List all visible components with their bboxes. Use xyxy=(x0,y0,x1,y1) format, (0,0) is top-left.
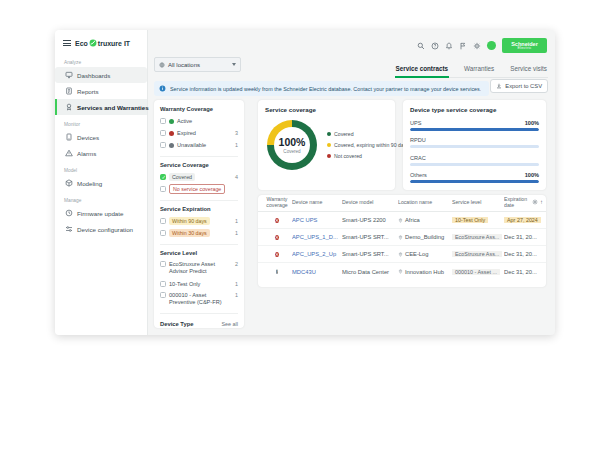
sidebar-item-alarms[interactable]: Alarms xyxy=(55,145,147,161)
sidebar-item-label: Modeling xyxy=(77,180,102,187)
device-model-cell: Micro Data Center xyxy=(342,269,398,275)
checkbox-no-service-coverage[interactable] xyxy=(160,186,166,192)
sidebar-item-label: Devices xyxy=(77,134,99,141)
device-model-cell: Smart-UPS SRT... xyxy=(342,251,398,257)
device-name-link[interactable]: APC_UPS_1_D... xyxy=(292,234,342,240)
checkbox-expired[interactable] xyxy=(160,130,166,136)
checkbox-asset-advisor-predict[interactable] xyxy=(160,261,166,267)
filter-option-asset-advisor-predict: EcoStruxure Asset Advisor Predict 2 xyxy=(160,259,238,278)
device-name-link[interactable]: MDC43U xyxy=(292,269,342,275)
filter-count: 2 xyxy=(235,261,238,267)
device-type-coverage-title: Device type service coverage xyxy=(410,106,539,113)
service-level-badge: EcoStruxure Ass... xyxy=(452,251,502,257)
tab-service-visits[interactable]: Service visits xyxy=(509,63,548,77)
sidebar-item-firmware-update[interactable]: Firmware update xyxy=(55,205,147,221)
column-service-level[interactable]: Service level xyxy=(452,200,504,206)
help-icon[interactable] xyxy=(431,42,439,50)
service-coverage-card: Service coverage 100% Covered Covered xyxy=(258,100,395,190)
certificate-icon xyxy=(64,103,73,111)
cube-icon xyxy=(64,179,73,187)
checkbox-within-90-days[interactable] xyxy=(160,218,166,224)
devices-table: Warranty coverage Device name Device mod… xyxy=(258,195,546,287)
expiration-date-cell: Dec 31, 20... xyxy=(504,269,546,275)
filter-option-active: Active xyxy=(160,115,238,127)
settings-gear-icon[interactable] xyxy=(473,42,481,50)
see-all-link[interactable]: See all xyxy=(222,321,238,327)
device-name-link[interactable]: APC UPS xyxy=(292,217,342,223)
table-header: Warranty coverage Device name Device mod… xyxy=(258,195,546,212)
legend-item-not-covered: Not covered xyxy=(327,153,409,159)
table-row[interactable]: ✕ APC_UPS_2_Up Smart-UPS SRT... CEE-Log … xyxy=(258,246,546,263)
checkbox-10-test-only[interactable] xyxy=(160,281,166,287)
hamburger-menu-icon[interactable] xyxy=(63,40,71,46)
table-row[interactable]: ✕ APC_UPS_1_D... Smart-UPS SRT... Demo_B… xyxy=(258,229,546,246)
ecostruxure-swirl-icon xyxy=(89,39,97,47)
warranty-expired-icon: ✕ xyxy=(275,218,279,223)
filter-option-no-service-coverage: No service coverage xyxy=(160,183,238,195)
sidebar-item-device-configuration[interactable]: Device configuration xyxy=(55,221,147,237)
legend-dot-covered xyxy=(327,132,331,136)
logo-row: Eco truxure IT xyxy=(55,30,147,53)
checkbox-within-30-days[interactable] xyxy=(160,230,166,236)
bar-label: CRAC xyxy=(410,155,426,161)
column-device-model[interactable]: Device model xyxy=(342,200,398,206)
checkbox-unavailable[interactable] xyxy=(160,142,166,148)
export-button-label: Export to CSV xyxy=(505,83,542,89)
filter-count: 4 xyxy=(235,174,238,180)
feedback-flag-icon[interactable] xyxy=(459,42,467,50)
checkbox-asset-preventive[interactable] xyxy=(160,292,166,298)
search-icon[interactable] xyxy=(417,42,425,50)
sidebar-item-modeling[interactable]: Modeling xyxy=(55,175,147,191)
alarm-warning-icon xyxy=(64,149,73,157)
device-name-link[interactable]: APC_UPS_2_Up xyxy=(292,251,342,257)
column-location-name[interactable]: Location name xyxy=(398,200,452,206)
logo-text-eco: Eco xyxy=(75,40,88,47)
column-settings-gear-icon[interactable] xyxy=(532,199,538,205)
notifications-bell-icon[interactable] xyxy=(445,42,453,50)
bar-label: Others xyxy=(410,172,427,178)
user-avatar[interactable] xyxy=(487,41,496,50)
checkbox-covered[interactable] xyxy=(160,174,166,180)
column-warranty-coverage[interactable]: Warranty coverage xyxy=(258,197,292,209)
sidebar-item-devices[interactable]: Devices xyxy=(55,129,147,145)
filter-option-label: Within 30 days xyxy=(169,229,210,237)
sidebar-item-dashboards[interactable]: Dashboards xyxy=(55,67,147,83)
donut-chart-area: 100% Covered Covered Covered, expiring w… xyxy=(265,120,388,170)
device-type-coverage-card: Device type service coverage UPS 100% RP… xyxy=(403,100,546,190)
filter-count: 1 xyxy=(235,292,238,298)
warranty-unavailable-icon: ? xyxy=(276,269,279,274)
brand-line2: Electric xyxy=(517,47,531,51)
location-name: Africa xyxy=(405,217,420,223)
filter-group-title: Warranty Coverage xyxy=(160,106,238,112)
bar-label: RPDU xyxy=(410,137,426,143)
sidebar-item-reports[interactable]: Reports xyxy=(55,83,147,99)
checkbox-active[interactable] xyxy=(160,118,166,124)
sidebar-item-services-and-warranties[interactable]: Services and Warranties xyxy=(55,99,147,115)
schneider-electric-logo[interactable]: Schneider Electric xyxy=(502,38,547,53)
bar-label: UPS xyxy=(410,120,422,126)
sort-ascending-icon[interactable]: ↑ xyxy=(540,199,543,206)
bar-value: 100% xyxy=(525,120,539,126)
topbar: Schneider Electric xyxy=(417,38,547,53)
tab-service-contracts[interactable]: Service contracts xyxy=(395,63,450,78)
bar-row-ups: UPS 100% xyxy=(410,120,539,131)
column-device-name[interactable]: Device name xyxy=(292,200,342,206)
location-cell: Africa xyxy=(398,217,452,223)
sidebar-item-label: Reports xyxy=(77,88,99,95)
expiration-date-cell: Dec 31, 20... xyxy=(504,234,546,240)
sidebar-item-label: Device configuration xyxy=(77,226,133,233)
device-model-cell: Smart-UPS SRT... xyxy=(342,234,398,240)
donut-center-value: 100% xyxy=(279,136,306,148)
location-filter-select[interactable]: All locations xyxy=(154,57,241,72)
filter-group-service-expiration: Service Expiration Within 90 days 1 With… xyxy=(160,200,238,239)
warranty-expired-icon: ✕ xyxy=(275,235,279,240)
table-row[interactable]: ? MDC43U Micro Data Center Innovation Hu… xyxy=(258,263,546,280)
table-row[interactable]: ✕ APC UPS Smart-UPS 2200 Africa 10-Test … xyxy=(258,212,546,229)
donut-legend: Covered Covered, expiring within 90 days… xyxy=(327,131,409,159)
sidebar-section-manage: Manage xyxy=(64,198,147,203)
export-to-csv-button[interactable]: Export to CSV xyxy=(490,79,548,93)
sliders-icon xyxy=(64,225,73,233)
filter-option-label: No service coverage xyxy=(169,184,225,194)
service-coverage-donut: 100% Covered xyxy=(267,120,317,170)
tab-warranties[interactable]: Warranties xyxy=(463,63,495,77)
